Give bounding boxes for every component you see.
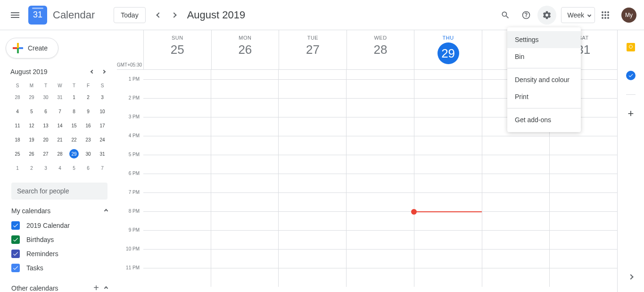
time-slot[interactable]	[414, 250, 482, 268]
time-slot[interactable]	[482, 268, 550, 287]
today-button[interactable]: Today	[114, 7, 145, 23]
time-slot[interactable]	[482, 193, 550, 211]
time-slot[interactable]	[549, 268, 617, 287]
time-slot[interactable]	[278, 80, 346, 98]
mini-day-cell[interactable]: 3	[95, 90, 109, 104]
mini-day-cell[interactable]: 31	[95, 147, 109, 161]
menu-item[interactable]: Get add-ons	[507, 111, 581, 128]
calendar-checkbox[interactable]	[11, 235, 20, 244]
mini-day-cell[interactable]: 29	[25, 90, 39, 104]
calendar-list-item[interactable]: Reminders	[11, 247, 107, 261]
time-slot[interactable]	[549, 250, 617, 268]
mini-day-cell[interactable]: 23	[81, 133, 95, 147]
mini-day-cell[interactable]: 15	[67, 118, 81, 133]
mini-day-cell[interactable]: 19	[25, 133, 39, 147]
menu-item[interactable]: Settings	[507, 31, 581, 48]
time-slot[interactable]	[414, 268, 482, 287]
time-slot[interactable]	[278, 174, 346, 192]
date-number[interactable]: 25	[144, 42, 211, 57]
time-slot[interactable]	[278, 193, 346, 211]
mini-day-cell[interactable]: 26	[25, 147, 39, 161]
time-slot[interactable]	[143, 70, 211, 79]
support-button[interactable]	[517, 6, 536, 25]
menu-item[interactable]: Bin	[507, 48, 581, 65]
view-selector[interactable]: Week	[561, 7, 595, 23]
time-slot[interactable]	[143, 212, 211, 230]
time-slot[interactable]	[143, 136, 211, 155]
time-slot[interactable]	[549, 212, 617, 230]
time-slot[interactable]	[346, 212, 414, 230]
time-slot[interactable]	[482, 174, 550, 192]
time-slot[interactable]	[549, 174, 617, 192]
mini-day-cell[interactable]: 27	[39, 147, 53, 161]
time-slot[interactable]	[482, 250, 550, 268]
mini-day-cell[interactable]: 28	[53, 147, 67, 161]
calendar-checkbox[interactable]	[11, 250, 20, 258]
main-menu-button[interactable]	[4, 4, 26, 26]
time-slot[interactable]	[346, 117, 414, 136]
time-slot[interactable]	[211, 250, 279, 268]
time-slot[interactable]	[346, 231, 414, 249]
time-slot[interactable]	[414, 212, 482, 230]
mini-day-cell[interactable]: 22	[67, 133, 81, 147]
mini-day-cell[interactable]: 1	[10, 161, 25, 175]
time-slot[interactable]	[211, 212, 279, 230]
time-slot[interactable]	[482, 231, 550, 249]
mini-day-cell[interactable]: 12	[25, 118, 39, 133]
date-number[interactable]: 28	[347, 42, 414, 57]
my-calendars-header[interactable]: My calendars	[11, 207, 107, 215]
time-slot[interactable]	[278, 268, 346, 287]
mini-day-cell[interactable]: 20	[39, 133, 53, 147]
next-period-button[interactable]	[166, 8, 182, 23]
mini-next-button[interactable]	[98, 66, 109, 77]
time-slot[interactable]	[278, 212, 346, 230]
time-slot[interactable]	[278, 70, 346, 79]
search-button[interactable]	[496, 6, 515, 25]
menu-item[interactable]: Density and colour	[507, 71, 581, 88]
time-slot[interactable]	[143, 117, 211, 136]
date-number[interactable]: 29	[414, 42, 482, 64]
mini-day-cell[interactable]: 13	[39, 118, 53, 133]
time-slot[interactable]	[414, 231, 482, 249]
time-slot[interactable]	[211, 136, 279, 155]
mini-day-cell[interactable]: 1	[67, 90, 81, 104]
time-slot[interactable]	[482, 136, 550, 155]
date-number[interactable]: 26	[212, 42, 279, 57]
time-slot[interactable]	[549, 231, 617, 249]
time-slot[interactable]	[414, 99, 482, 117]
time-slot[interactable]	[143, 80, 211, 98]
time-slot[interactable]	[414, 117, 482, 136]
time-slot[interactable]	[211, 268, 279, 287]
date-number[interactable]: 27	[279, 42, 347, 57]
time-slot[interactable]	[549, 155, 617, 174]
mini-day-cell[interactable]: 6	[81, 161, 95, 175]
time-slot[interactable]	[211, 193, 279, 211]
mini-day-cell[interactable]: 3	[39, 161, 53, 175]
time-slot[interactable]	[346, 70, 414, 79]
create-button[interactable]: Create	[6, 38, 58, 58]
time-slot[interactable]	[211, 70, 279, 79]
mini-day-cell[interactable]: 28	[10, 90, 25, 104]
time-slot[interactable]	[346, 268, 414, 287]
mini-day-cell[interactable]: 5	[67, 161, 81, 175]
mini-day-cell[interactable]: 7	[95, 161, 109, 175]
mini-day-cell[interactable]: 17	[95, 118, 109, 133]
calendar-checkbox[interactable]	[11, 221, 20, 230]
time-slot[interactable]	[143, 250, 211, 268]
time-slot[interactable]	[278, 117, 346, 136]
time-slot[interactable]	[143, 155, 211, 174]
time-slot[interactable]	[211, 80, 279, 98]
time-slot[interactable]	[414, 80, 482, 98]
mini-day-cell[interactable]: 21	[53, 133, 67, 147]
account-avatar[interactable]: My	[621, 8, 636, 23]
calendar-list-item[interactable]: 2019 Calendar	[11, 218, 107, 233]
mini-day-cell[interactable]: 8	[67, 104, 81, 118]
time-slot[interactable]	[143, 174, 211, 192]
prev-period-button[interactable]	[151, 8, 166, 23]
google-apps-button[interactable]	[596, 6, 615, 25]
mini-day-cell[interactable]: 7	[53, 104, 67, 118]
time-slot[interactable]	[414, 193, 482, 211]
mini-day-cell[interactable]: 6	[39, 104, 53, 118]
mini-day-cell[interactable]: 30	[39, 90, 53, 104]
mini-day-cell[interactable]: 31	[53, 90, 67, 104]
